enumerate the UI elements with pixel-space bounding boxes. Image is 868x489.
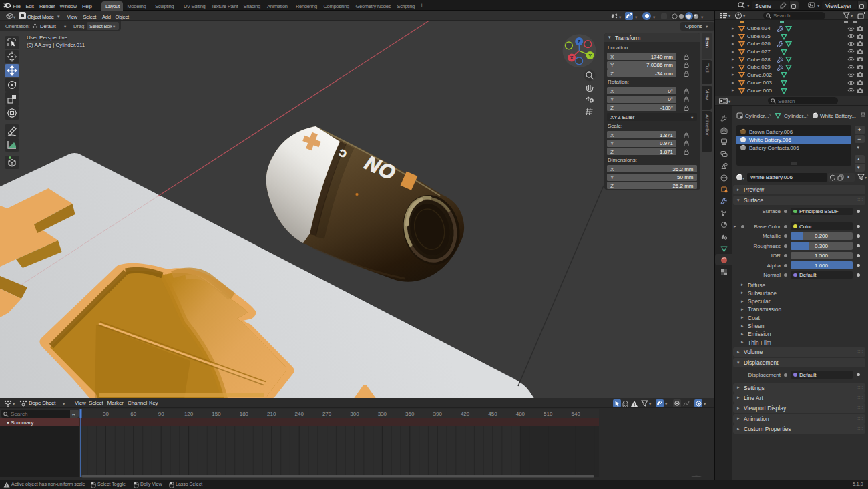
svg-text:Z: Z bbox=[578, 39, 581, 44]
svg-text:30: 30 bbox=[103, 411, 109, 417]
svg-text:480: 480 bbox=[516, 411, 525, 417]
svg-text:210: 210 bbox=[267, 411, 276, 417]
svg-text:120: 120 bbox=[184, 411, 194, 417]
svg-text:270: 270 bbox=[322, 411, 332, 417]
svg-text:X: X bbox=[570, 55, 574, 60]
svg-text:360: 360 bbox=[405, 411, 415, 417]
svg-text:390: 390 bbox=[433, 411, 443, 417]
svg-text:60: 60 bbox=[130, 411, 136, 417]
svg-text:540: 540 bbox=[572, 411, 581, 417]
svg-text:▾ Summary: ▾ Summary bbox=[7, 420, 33, 426]
svg-text:240: 240 bbox=[295, 411, 304, 417]
svg-text:420: 420 bbox=[461, 411, 470, 417]
svg-text:510: 510 bbox=[544, 411, 553, 417]
svg-text:450: 450 bbox=[488, 411, 497, 417]
svg-text:Y: Y bbox=[588, 53, 592, 58]
svg-text:150: 150 bbox=[212, 411, 221, 417]
svg-text:300: 300 bbox=[350, 411, 359, 417]
svg-text:330: 330 bbox=[378, 411, 387, 417]
svg-text:180: 180 bbox=[240, 411, 249, 417]
svg-text:90: 90 bbox=[158, 411, 164, 417]
